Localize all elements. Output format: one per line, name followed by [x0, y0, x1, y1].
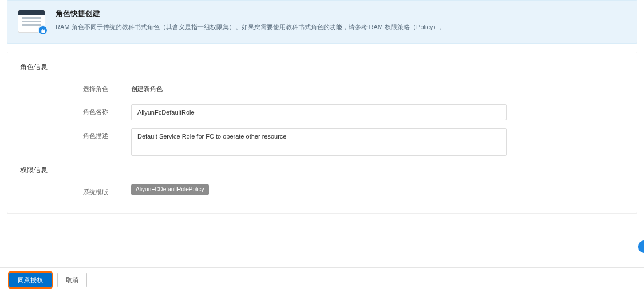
- row-role-desc: 角色描述: [20, 128, 624, 157]
- row-select-role: 选择角色 创建新角色: [20, 81, 624, 96]
- role-name-input[interactable]: [131, 104, 507, 120]
- label-role-desc: 角色描述: [20, 128, 112, 143]
- value-select-role: 创建新角色: [112, 81, 163, 96]
- role-desc-input[interactable]: [131, 128, 507, 156]
- role-illustration-icon: [18, 10, 45, 33]
- section-perm-title: 权限信息: [20, 165, 624, 175]
- section-role-title: 角色信息: [20, 62, 624, 72]
- side-fab-icon[interactable]: [638, 240, 644, 253]
- banner-description: RAM 角色不同于传统的教科书式角色（其含义是指一组权限集）。如果您需要使用教科…: [56, 22, 445, 33]
- label-select-role: 选择角色: [20, 81, 112, 96]
- svg-rect-0: [41, 30, 44, 32]
- lock-icon: [38, 25, 48, 35]
- label-system-template: 系统模版: [20, 184, 112, 199]
- info-banner: 角色快捷创建 RAM 角色不同于传统的教科书式角色（其含义是指一组权限集）。如果…: [7, 0, 637, 44]
- footer-bar: 同意授权 取消: [0, 267, 644, 292]
- cancel-button[interactable]: 取消: [57, 273, 87, 287]
- confirm-button[interactable]: 同意授权: [9, 273, 52, 287]
- row-system-template: 系统模版 AliyunFCDefaultRolePolicy: [20, 184, 624, 199]
- row-role-name: 角色名称: [20, 104, 624, 120]
- label-role-name: 角色名称: [20, 104, 112, 119]
- form-card: 角色信息 选择角色 创建新角色 角色名称 角色描述 权限信息 系统模版 Aliy…: [7, 52, 637, 214]
- policy-tag: AliyunFCDefaultRolePolicy: [131, 184, 209, 195]
- banner-title: 角色快捷创建: [56, 9, 445, 19]
